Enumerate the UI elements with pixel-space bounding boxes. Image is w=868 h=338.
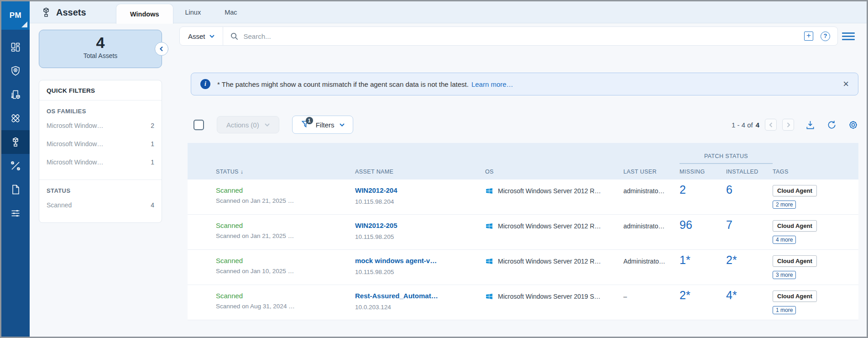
- column-status[interactable]: STATUS↓: [216, 169, 355, 175]
- asset-name-link[interactable]: mock windows agent-v…: [355, 257, 437, 264]
- tab-linux[interactable]: Linux: [173, 9, 213, 16]
- tab-mac[interactable]: Mac: [213, 9, 249, 16]
- menu-button[interactable]: [842, 31, 856, 42]
- os-cell: Microsoft Windows Server 2012 R…: [485, 250, 623, 265]
- pagination-total: 4: [756, 121, 759, 129]
- app-logo[interactable]: PM: [1, 1, 30, 30]
- quick-filters-section-os-families: OS FAMILIES Microsoft Window… 2 Microsof…: [39, 100, 162, 180]
- missing-count[interactable]: 2: [680, 180, 726, 196]
- more-tags-chip[interactable]: 4 more: [773, 236, 796, 244]
- filters-dropdown-button[interactable]: 1 Filters: [292, 116, 353, 134]
- chevron-right-icon: [786, 122, 790, 127]
- previous-page-button[interactable]: [765, 119, 777, 131]
- missing-count[interactable]: 1*: [680, 250, 726, 267]
- sidebar-item-reports[interactable]: [1, 178, 30, 201]
- os-cell: Microsoft Windows Server 2019 S…: [485, 285, 623, 301]
- os-family-filter-item[interactable]: Microsoft Window… 2: [47, 122, 154, 129]
- sidebar-item-dashboard[interactable]: [1, 35, 30, 59]
- column-asset-name[interactable]: ASSET NAME: [355, 169, 485, 175]
- gear-icon: [848, 120, 858, 130]
- installed-count[interactable]: 7: [726, 215, 773, 232]
- chevron-down-icon: [265, 123, 270, 127]
- asset-cell: WIN2012-205 10.115.98.205: [355, 215, 485, 240]
- filter-label: Microsoft Window…: [47, 158, 103, 166]
- add-search-token-button[interactable]: +: [804, 32, 813, 41]
- os-cell: Microsoft Windows Server 2012 R…: [485, 180, 623, 195]
- question-mark-icon: ?: [821, 32, 830, 41]
- table-toolbar: Actions (0) 1 Filters 1 - 4 of 4: [188, 116, 858, 134]
- pagination-range: 1 - 4 of: [732, 121, 753, 129]
- installed-count[interactable]: 4*: [726, 285, 773, 302]
- status-value: Scanned: [216, 186, 355, 194]
- filter-count: 4: [151, 201, 154, 209]
- last-user-cell: –: [623, 285, 680, 300]
- search-scope-dropdown[interactable]: Asset: [180, 27, 223, 45]
- os-name: Microsoft Windows Server 2012 R…: [498, 258, 601, 265]
- download-icon: [805, 120, 816, 130]
- banner-close-button[interactable]: ×: [843, 79, 849, 89]
- refresh-button[interactable]: [826, 120, 837, 130]
- quick-filters-section-status: STATUS Scanned 4: [39, 180, 162, 222]
- tag-chip[interactable]: Cloud Agent: [773, 290, 817, 302]
- status-detail: Scanned on Jan 10, 2025 …: [216, 268, 355, 275]
- status-cell: Scanned Scanned on Jan 21, 2025 …: [216, 180, 355, 204]
- os-family-filter-item[interactable]: Microsoft Window… 1: [47, 140, 154, 148]
- search-row: Asset + ?: [179, 26, 859, 46]
- tag-chip[interactable]: Cloud Agent: [773, 185, 817, 196]
- dashboard-icon: [10, 42, 21, 53]
- search-box: Asset + ?: [179, 26, 838, 46]
- total-assets-card[interactable]: 4 Total Assets: [39, 30, 162, 68]
- tab-windows[interactable]: Windows: [116, 4, 173, 24]
- collapse-panel-button[interactable]: [155, 42, 168, 56]
- column-last-user[interactable]: LAST USER: [623, 169, 680, 175]
- top-bar: Assets Windows Linux Mac: [30, 1, 867, 23]
- content-area: 4 Total Assets QUICK FILTERS OS FAMILIES…: [30, 23, 867, 337]
- reports-icon: [10, 184, 21, 195]
- sidebar-item-tools[interactable]: [1, 154, 30, 178]
- table-settings-button[interactable]: [848, 120, 858, 130]
- installed-count[interactable]: 2*: [726, 250, 773, 267]
- table-header: PATCH STATUS STATUS↓ ASSET NAME OS LAST …: [188, 143, 858, 180]
- more-tags-chip[interactable]: 1 more: [773, 306, 796, 314]
- column-missing[interactable]: MISSING: [680, 169, 726, 175]
- status-value: Scanned: [216, 257, 355, 264]
- assets-icon: [10, 137, 21, 148]
- asset-cell: Rest-Assured_Automat… 10.0.203.124: [355, 285, 485, 311]
- missing-count[interactable]: 2*: [680, 285, 726, 302]
- next-page-button[interactable]: [782, 119, 794, 131]
- learn-more-link[interactable]: Learn more…: [471, 80, 513, 88]
- sidebar-item-configuration[interactable]: [1, 201, 30, 225]
- table-row: Scanned Scanned on Jan 21, 2025 … WIN201…: [188, 215, 858, 250]
- missing-count[interactable]: 96: [680, 215, 726, 232]
- table-row: Scanned Scanned on Jan 21, 2025 … WIN201…: [188, 180, 858, 215]
- platform-tabs: Windows Linux Mac: [116, 1, 249, 23]
- last-user-cell: administrato…: [623, 215, 680, 230]
- asset-name-link[interactable]: Rest-Assured_Automat…: [355, 292, 438, 300]
- sidebar-item-patches[interactable]: [1, 106, 30, 130]
- tag-chip[interactable]: Cloud Agent: [773, 255, 817, 267]
- column-os[interactable]: OS: [485, 169, 623, 175]
- sidebar-item-assets[interactable]: [1, 130, 30, 154]
- column-installed[interactable]: INSTALLED: [726, 169, 773, 175]
- search-help-button[interactable]: ?: [821, 32, 830, 41]
- status-filter-item[interactable]: Scanned 4: [47, 201, 154, 209]
- sidebar-item-vulnerabilities[interactable]: [1, 59, 30, 83]
- installed-count[interactable]: 6: [726, 180, 773, 196]
- asset-name-link[interactable]: WIN2012-204: [355, 186, 397, 194]
- search-input[interactable]: [244, 32, 804, 40]
- sidebar-item-jobs[interactable]: [1, 83, 30, 106]
- os-name: Microsoft Windows Server 2012 R…: [498, 187, 601, 195]
- os-name: Microsoft Windows Server 2019 S…: [498, 293, 601, 300]
- tag-chip[interactable]: Cloud Agent: [773, 220, 817, 232]
- asset-name-link[interactable]: WIN2012-205: [355, 222, 397, 229]
- actions-dropdown-button[interactable]: Actions (0): [217, 116, 279, 133]
- main-panel: Asset + ?: [179, 23, 859, 337]
- column-tags[interactable]: TAGS: [773, 169, 858, 175]
- last-user-cell: Administrato…: [623, 250, 680, 265]
- more-tags-chip[interactable]: 3 more: [773, 271, 796, 279]
- os-family-filter-item[interactable]: Microsoft Window… 1: [47, 158, 154, 166]
- select-all-checkbox[interactable]: [193, 120, 204, 130]
- windows-logo-icon: [485, 222, 493, 230]
- download-button[interactable]: [805, 120, 816, 130]
- more-tags-chip[interactable]: 2 more: [773, 201, 796, 209]
